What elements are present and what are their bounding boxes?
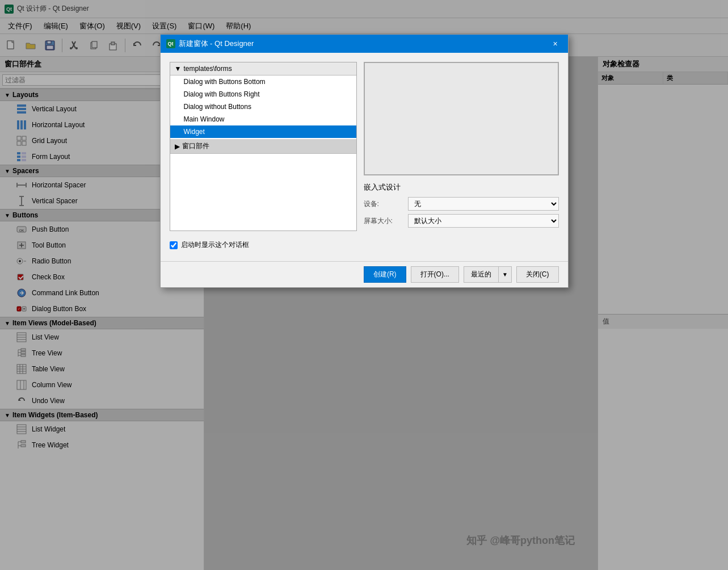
device-row: 设备: 无 <box>364 197 559 211</box>
modal-close-button[interactable]: × <box>549 38 562 49</box>
open-button[interactable]: 打开(O)... <box>411 266 459 283</box>
screen-size-select[interactable]: 默认大小 <box>408 214 559 228</box>
tree-header-label: templates\forms <box>183 65 232 73</box>
embedded-design: 嵌入式设计 设备: 无 屏幕大小: 默认大小 <box>364 182 559 231</box>
startup-checkbox-row: 启动时显示这个对话框 <box>170 238 559 252</box>
modal-right-panel: 嵌入式设计 设备: 无 屏幕大小: 默认大小 <box>364 62 559 231</box>
screen-size-row: 屏幕大小: 默认大小 <box>364 214 559 228</box>
modal-titlebar: Qt 新建窗体 - Qt Designer × <box>161 35 568 53</box>
tree-item-dialog-buttons-right[interactable]: Dialog with Buttons Right <box>170 88 356 100</box>
tree-item-dialog-buttons-bottom[interactable]: Dialog with Buttons Bottom <box>170 76 356 88</box>
modal-body: ▼ templates\forms Dialog with Buttons Bo… <box>161 53 568 261</box>
create-button[interactable]: 创建(R) <box>364 266 406 283</box>
template-tree: ▼ templates\forms Dialog with Buttons Bo… <box>170 62 357 231</box>
modal-title-left: Qt 新建窗体 - Qt Designer <box>166 39 254 49</box>
tree-header-arrow: ▼ <box>175 65 182 73</box>
screen-size-label: 屏幕大小: <box>364 216 403 226</box>
embedded-design-title: 嵌入式设计 <box>364 182 559 192</box>
device-select[interactable]: 无 <box>408 197 559 211</box>
tree-subheader-arrow: ▶ <box>175 142 180 150</box>
recent-dropdown-arrow[interactable]: ▼ <box>499 267 511 282</box>
startup-checkbox-label: 启动时显示这个对话框 <box>181 240 249 250</box>
startup-checkbox[interactable] <box>170 241 178 249</box>
device-label: 设备: <box>364 199 403 209</box>
modal-title: 新建窗体 - Qt Designer <box>179 39 254 49</box>
new-form-dialog: Qt 新建窗体 - Qt Designer × ▼ templates\form… <box>160 34 569 288</box>
recent-split-button: 最近的 ▼ <box>464 266 512 283</box>
preview-area <box>364 62 559 175</box>
modal-footer: 创建(R) 打开(O)... 最近的 ▼ 关闭(C) <box>161 261 568 287</box>
tree-subheader-widgets[interactable]: ▶ 窗口部件 <box>170 139 356 154</box>
modal-icon: Qt <box>166 39 175 48</box>
tree-item-main-window[interactable]: Main Window <box>170 113 356 125</box>
tree-header[interactable]: ▼ templates\forms <box>170 62 356 76</box>
recent-button[interactable]: 最近的 <box>464 267 499 282</box>
tree-item-widget[interactable]: Widget <box>170 125 356 138</box>
tree-item-dialog-no-buttons[interactable]: Dialog without Buttons <box>170 100 356 113</box>
close-button[interactable]: 关闭(C) <box>516 266 559 283</box>
modal-main-row: ▼ templates\forms Dialog with Buttons Bo… <box>170 62 559 231</box>
modal-overlay: Qt 新建窗体 - Qt Designer × ▼ templates\form… <box>0 0 728 570</box>
tree-subheader-label: 窗口部件 <box>182 141 209 151</box>
